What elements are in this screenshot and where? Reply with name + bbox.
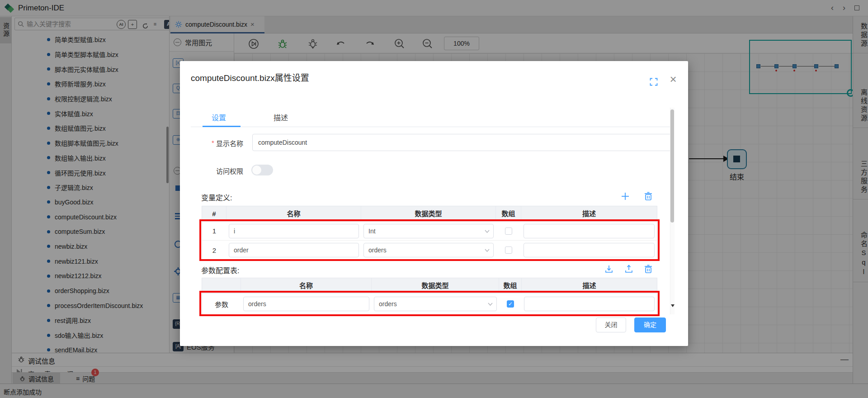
display-name-input[interactable] <box>252 134 674 151</box>
chevron-down-icon <box>485 249 490 252</box>
variable-desc-input[interactable] <box>524 243 655 257</box>
ok-button[interactable]: 确定 <box>634 317 666 332</box>
col-array: 数组 <box>496 206 521 221</box>
param-name-input[interactable] <box>243 297 369 311</box>
variable-name-input[interactable] <box>229 224 359 238</box>
add-variable-icon[interactable] <box>620 191 630 201</box>
chevron-down-icon <box>485 230 490 233</box>
close-button[interactable]: 关闭 <box>596 317 626 332</box>
variables-table-header: # 名称 数据类型 数组 描述 <box>202 206 657 222</box>
param-type-select[interactable]: orders <box>374 297 497 311</box>
variable-desc-input[interactable] <box>524 224 655 238</box>
chevron-down-icon <box>488 303 493 306</box>
array-checkbox[interactable] <box>505 227 512 235</box>
col-blank <box>202 278 241 293</box>
app-window: Primeton-IDE ‹ › 资源 AI + ≡ A 简单类型赋值.bizx… <box>0 0 868 398</box>
params-section-label: 参数配置表: <box>201 265 239 275</box>
dialog-tab-description[interactable]: 描述 <box>274 112 288 123</box>
row-index: 1 <box>212 227 216 235</box>
dialog-scrollbar-thumb[interactable] <box>670 109 674 223</box>
access-toggle[interactable] <box>251 165 273 175</box>
col-index: # <box>202 206 226 221</box>
row-index: 2 <box>212 246 216 254</box>
delete-param-icon[interactable] <box>643 264 653 274</box>
toggle-knob <box>252 166 261 175</box>
dialog-title: computeDiscount.bizx属性设置 <box>191 71 309 83</box>
variable-type-select[interactable]: orders <box>363 243 494 257</box>
variable-type-select[interactable]: Int <box>363 224 494 238</box>
col-array: 数组 <box>499 278 522 293</box>
dialog-tab-settings[interactable]: 设置 <box>212 112 226 123</box>
col-name: 名称 <box>226 206 361 221</box>
export-params-icon[interactable] <box>624 264 634 274</box>
array-checkbox[interactable]: ✓ <box>507 300 514 308</box>
variable-name-input[interactable] <box>229 243 359 257</box>
variable-row: 1 Int <box>202 222 657 241</box>
scroll-down-icon[interactable] <box>671 304 675 307</box>
variables-table: # 名称 数据类型 数组 描述 1 Int 2 <box>202 206 657 260</box>
col-name: 名称 <box>241 278 372 293</box>
params-table-header: 名称 数据类型 数组 描述 <box>202 278 657 294</box>
param-row: 参数 orders ✓ <box>202 294 657 314</box>
active-tab-underline <box>203 126 241 127</box>
access-label: 访问权限 <box>216 166 243 175</box>
variable-row: 2 orders <box>202 241 657 260</box>
display-name-label: 显示名称 <box>216 138 243 148</box>
col-desc: 描述 <box>522 278 657 293</box>
param-desc-input[interactable] <box>524 297 655 311</box>
col-type: 数据类型 <box>372 278 499 293</box>
fullscreen-icon[interactable] <box>649 77 659 87</box>
close-icon[interactable]: × <box>667 74 679 85</box>
tab-divider <box>191 127 670 127</box>
properties-dialog: computeDiscount.bizx属性设置 × 设置 描述 * 显示名称 … <box>180 61 688 346</box>
col-desc: 描述 <box>521 206 657 221</box>
array-checkbox[interactable] <box>505 246 512 254</box>
param-row-label: 参数 <box>215 299 228 309</box>
variables-section-label: 变量定义: <box>201 192 232 203</box>
col-type: 数据类型 <box>361 206 496 221</box>
delete-variable-icon[interactable] <box>643 191 653 201</box>
params-table: 名称 数据类型 数组 描述 参数 orders ✓ <box>202 278 657 315</box>
import-params-icon[interactable] <box>604 264 614 274</box>
required-mark: * <box>212 139 214 147</box>
